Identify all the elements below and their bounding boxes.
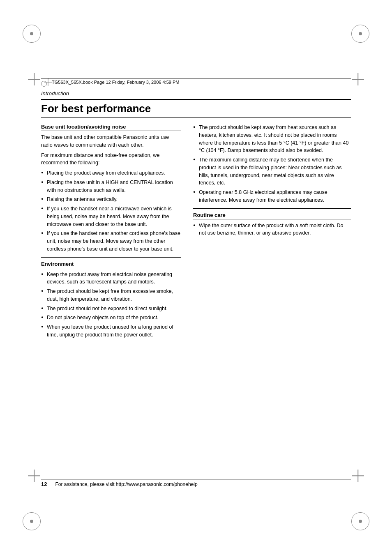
left-column: Base unit location/avoiding noise The ba… bbox=[41, 124, 181, 342]
footer-assistance-text: For assistance, please visit http://www.… bbox=[55, 481, 197, 487]
environment-bullets: Keep the product away from electrical no… bbox=[41, 271, 181, 339]
list-item: Wipe the outer surface of the product wi… bbox=[193, 222, 351, 237]
right-column: The product should be kept away from hea… bbox=[193, 124, 351, 342]
list-item: Keep the product away from electrical no… bbox=[41, 271, 181, 286]
corner-mark-tl bbox=[23, 25, 41, 43]
page-title: For best performance bbox=[41, 99, 351, 118]
corner-mark-br bbox=[351, 512, 369, 530]
list-item: Placing the base unit in a HIGH and CENT… bbox=[41, 179, 181, 194]
list-item: The product should be kept away from hea… bbox=[193, 124, 351, 154]
subsection-environment-title: Environment bbox=[41, 261, 181, 268]
list-item: Do not place heavy objects on top of the… bbox=[41, 314, 181, 322]
subsection-routine-care-title: Routine care bbox=[193, 212, 351, 219]
list-item: If you use the handset near another cord… bbox=[41, 230, 181, 253]
file-info-bar: TG563X_565X.book Page 12 Friday, Februar… bbox=[41, 78, 351, 86]
page: TG563X_565X.book Page 12 Friday, Februar… bbox=[0, 0, 392, 555]
list-item: Operating near 5.8 GHz electrical applia… bbox=[193, 189, 351, 204]
list-item: Placing the product away from electrical… bbox=[41, 169, 181, 177]
subsection-base-unit-title: Base unit location/avoiding noise bbox=[41, 124, 181, 131]
two-column-layout: Base unit location/avoiding noise The ba… bbox=[41, 124, 351, 342]
file-info-text: TG563X_565X.book Page 12 Friday, Februar… bbox=[52, 80, 179, 85]
section-divider-routine bbox=[193, 208, 351, 209]
crosshair-tl bbox=[28, 73, 40, 85]
list-item: The product should be kept free from exc… bbox=[41, 288, 181, 303]
section-divider-env bbox=[41, 257, 181, 258]
base-unit-intro1: The base unit and other compatible Panas… bbox=[41, 134, 181, 149]
section-intro-label: Introduction bbox=[41, 90, 351, 97]
crosshair-br bbox=[352, 470, 364, 482]
list-item: If you use the handset near a microwave … bbox=[41, 205, 181, 228]
list-item: The maximum calling distance may be shor… bbox=[193, 156, 351, 187]
routine-care-bullets: Wipe the outer surface of the product wi… bbox=[193, 222, 351, 237]
base-unit-bullets: Placing the product away from electrical… bbox=[41, 169, 181, 253]
crosshair-tr bbox=[352, 73, 364, 85]
content-area: Introduction For best performance Base u… bbox=[41, 90, 351, 473]
list-item: Raising the antennas vertically. bbox=[41, 196, 181, 203]
page-footer: 12 For assistance, please visit http://w… bbox=[41, 479, 351, 487]
corner-mark-bl bbox=[23, 512, 41, 530]
corner-mark-tr bbox=[351, 25, 369, 43]
crosshair-bl bbox=[28, 470, 40, 482]
list-item: When you leave the product unused for a … bbox=[41, 323, 181, 339]
right-col-bullets1: The product should be kept away from hea… bbox=[193, 124, 351, 204]
file-info-crosshair bbox=[44, 78, 52, 86]
base-unit-intro2: For maximum distance and noise-free oper… bbox=[41, 152, 181, 167]
footer-page-number: 12 bbox=[41, 481, 47, 487]
list-item: The product should not be exposed to dir… bbox=[41, 305, 181, 313]
